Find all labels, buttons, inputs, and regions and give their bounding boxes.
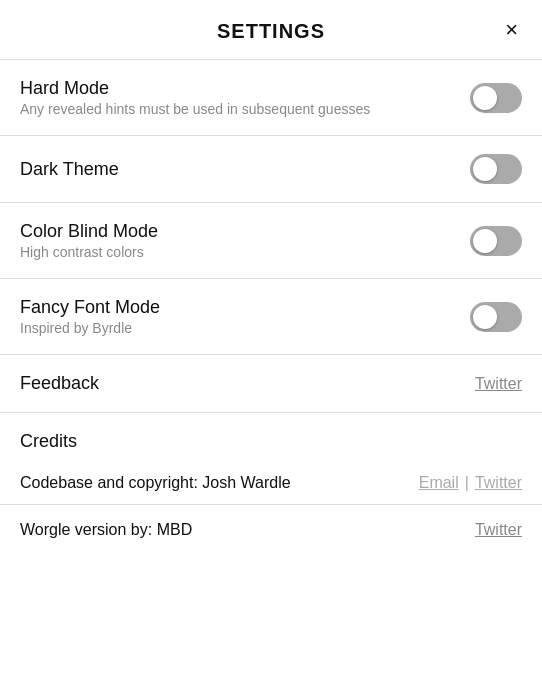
hard-mode-sublabel: Any revealed hints must be used in subse… <box>20 101 370 117</box>
settings-panel: SETTINGS × Hard Mode Any revealed hints … <box>0 0 542 700</box>
settings-header: SETTINGS × <box>0 0 542 60</box>
codebase-text: Codebase and copyright: Josh Wardle <box>20 474 291 492</box>
fancy-font-label: Fancy Font Mode <box>20 297 160 318</box>
hard-mode-slider <box>470 83 522 113</box>
color-blind-toggle[interactable] <box>470 226 522 256</box>
dark-theme-label: Dark Theme <box>20 159 119 180</box>
credits-title: Credits <box>20 431 77 451</box>
fancy-font-toggle[interactable] <box>470 302 522 332</box>
fancy-font-row: Fancy Font Mode Inspired by Byrdle <box>0 279 542 355</box>
worgle-twitter-link[interactable]: Twitter <box>475 521 522 539</box>
hard-mode-label-group: Hard Mode Any revealed hints must be use… <box>20 78 370 117</box>
hard-mode-row: Hard Mode Any revealed hints must be use… <box>0 60 542 136</box>
color-blind-label: Color Blind Mode <box>20 221 158 242</box>
feedback-label: Feedback <box>20 373 99 394</box>
feedback-twitter-link[interactable]: Twitter <box>475 375 522 393</box>
worgle-text: Worgle version by: MBD <box>20 521 192 539</box>
dark-theme-slider <box>470 154 522 184</box>
dark-theme-row: Dark Theme <box>0 136 542 203</box>
fancy-font-slider <box>470 302 522 332</box>
hard-mode-label: Hard Mode <box>20 78 370 99</box>
fancy-font-label-group: Fancy Font Mode Inspired by Byrdle <box>20 297 160 336</box>
hard-mode-toggle[interactable] <box>470 83 522 113</box>
codebase-links: Email | Twitter <box>419 474 522 492</box>
color-blind-slider <box>470 226 522 256</box>
dark-theme-toggle[interactable] <box>470 154 522 184</box>
close-button[interactable]: × <box>501 15 522 45</box>
credits-header: Credits <box>0 413 542 462</box>
pipe-separator: | <box>465 474 469 492</box>
color-blind-row: Color Blind Mode High contrast colors <box>0 203 542 279</box>
codebase-row: Codebase and copyright: Josh Wardle Emai… <box>0 462 542 505</box>
dark-theme-label-group: Dark Theme <box>20 159 119 180</box>
settings-title: SETTINGS <box>217 20 325 43</box>
email-link[interactable]: Email <box>419 474 459 492</box>
color-blind-label-group: Color Blind Mode High contrast colors <box>20 221 158 260</box>
fancy-font-sublabel: Inspired by Byrdle <box>20 320 160 336</box>
josh-twitter-link[interactable]: Twitter <box>475 474 522 492</box>
worgle-row: Worgle version by: MBD Twitter <box>0 505 542 555</box>
color-blind-sublabel: High contrast colors <box>20 244 158 260</box>
feedback-row: Feedback Twitter <box>0 355 542 413</box>
